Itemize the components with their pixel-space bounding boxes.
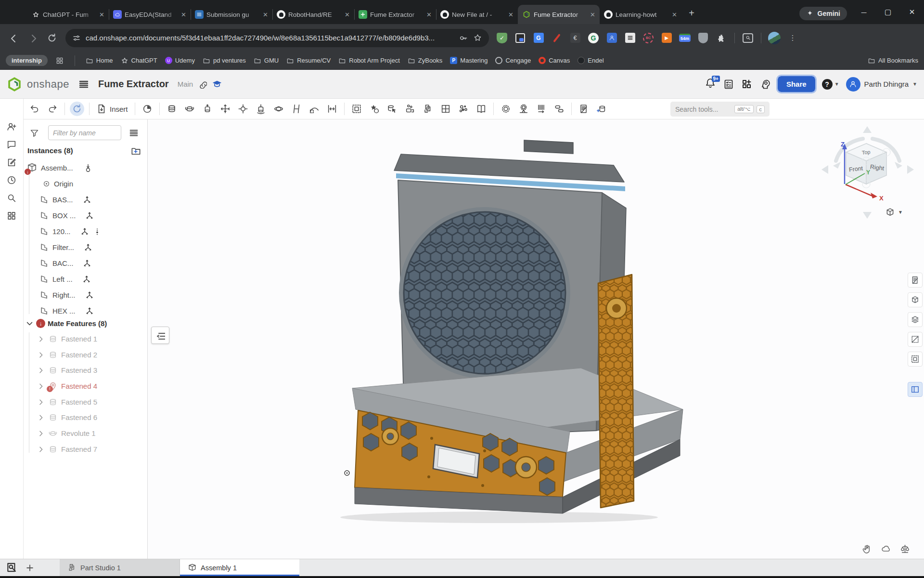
bom-panel-icon[interactable] <box>908 273 923 288</box>
forward-button[interactable] <box>24 29 41 47</box>
right-panel-toggle-icon[interactable] <box>908 382 923 397</box>
linear-pattern-icon[interactable] <box>438 102 453 116</box>
mate-connector-icon[interactable] <box>325 102 339 116</box>
revolute-mate-icon[interactable] <box>182 102 197 116</box>
mate-row-fastened-4-error[interactable]: ! Fastened 4 <box>24 378 148 394</box>
drawing-icon[interactable] <box>577 102 591 116</box>
share-link-icon[interactable] <box>198 79 207 89</box>
all-bookmarks-button[interactable]: All Bookmarks <box>868 57 918 65</box>
browser-tab-fume-extractor-active[interactable]: Fume Extractor ✕ <box>518 5 600 24</box>
bookmark-canvas[interactable]: Canvas <box>539 57 570 64</box>
mate-row-fastened-7[interactable]: Fastened 7 <box>24 441 148 457</box>
bookmark-internship[interactable]: internship <box>6 55 48 66</box>
notifications-button[interactable]: 9+ <box>705 78 716 91</box>
browser-tab-learning[interactable]: Learning-howt ✕ <box>600 5 681 24</box>
mate-row-fastened-3[interactable]: Fastened 3 <box>24 362 148 378</box>
tree-item-bac[interactable]: BAC... <box>24 255 148 271</box>
tree-item-assembly[interactable]: ↓ Assemb... <box>24 160 148 176</box>
tree-item-box[interactable]: BOX ... <box>24 208 148 223</box>
back-button[interactable] <box>5 29 22 47</box>
user-menu[interactable]: Parth Dhingra ▼ <box>846 77 917 92</box>
tab-assembly[interactable]: Assembly 1 <box>180 559 299 576</box>
add-element-icon[interactable] <box>25 563 35 573</box>
bookmark-pd-ventures[interactable]: pd ventures <box>203 57 246 65</box>
bookmark-udemy[interactable]: ∪Udemy <box>165 57 195 64</box>
browser-tab-submission[interactable]: Submission gu ✕ <box>191 5 272 24</box>
parallel-mate-icon[interactable] <box>289 102 304 116</box>
ai-advisor-icon[interactable] <box>759 79 771 90</box>
browser-tab-fume-sheet[interactable]: Fume Extractor ✕ <box>354 5 436 24</box>
news-extension-icon[interactable] <box>624 32 636 44</box>
view-cube[interactable]: Top Front Right Z X Y <box>817 123 919 222</box>
bookmark-cengage[interactable]: Cengage <box>495 57 531 64</box>
bookmark-chatgpt[interactable]: ChatGPT <box>121 57 157 65</box>
filter-icon[interactable] <box>29 128 39 138</box>
browser-tab-robothand[interactable]: RobotHand/RE ✕ <box>272 5 354 24</box>
forest-timer-extension-icon[interactable]: 54m <box>679 32 691 44</box>
list-view-icon[interactable] <box>128 128 139 138</box>
bookmark-star-icon[interactable] <box>473 33 482 42</box>
shield-extension-icon[interactable] <box>697 32 709 44</box>
tab-close-icon[interactable]: ✕ <box>426 11 432 18</box>
search-elements-icon[interactable] <box>6 562 18 574</box>
tab-close-icon[interactable]: ✕ <box>590 11 595 18</box>
named-views-icon[interactable] <box>474 102 488 116</box>
exploded-panel-icon[interactable] <box>908 312 923 327</box>
app-store-icon[interactable] <box>741 79 753 90</box>
tab-close-icon[interactable]: ✕ <box>672 11 677 18</box>
bookmark-zybooks[interactable]: ZyBooks <box>408 57 443 65</box>
tab-close-icon[interactable]: ✕ <box>181 11 186 18</box>
slider-mate-icon[interactable] <box>200 102 215 116</box>
bc-extension-icon[interactable]: BC <box>642 32 654 44</box>
learning-center-icon[interactable] <box>212 79 222 90</box>
chevron-right-icon[interactable] <box>37 335 45 343</box>
mate-row-fastened-2[interactable]: Fastened 2 <box>24 347 148 363</box>
adguard-extension-icon[interactable]: ✓ <box>496 32 508 44</box>
search-tools-field[interactable]: Search tools... alt/⌥ c <box>670 102 770 117</box>
tab-search-icon[interactable] <box>742 32 754 44</box>
cylindrical-mate-icon[interactable] <box>254 102 268 116</box>
grammarly-extension-icon[interactable]: G <box>587 32 600 44</box>
search-icon[interactable] <box>6 193 17 203</box>
translate-extension-icon[interactable]: G <box>532 32 545 44</box>
extensions-puzzle-icon[interactable] <box>715 32 728 44</box>
viewcube-top-label[interactable]: Top <box>861 149 871 156</box>
share-button[interactable]: Share <box>778 76 815 92</box>
tree-item-right[interactable]: Right... <box>24 287 148 303</box>
chevron-right-icon[interactable] <box>37 367 45 374</box>
tree-item-left[interactable]: Left ... <box>24 271 148 287</box>
video-extension-icon[interactable]: ▶ <box>660 32 673 44</box>
tab-close-icon[interactable]: ✕ <box>263 11 268 18</box>
pan-hand-icon[interactable] <box>862 543 873 554</box>
tab-part-studio[interactable]: Part Studio 1 <box>60 559 180 576</box>
bookmark-robot-arm-project[interactable]: Robot Arm Project <box>338 57 400 65</box>
feature-gear-icon[interactable] <box>499 102 513 116</box>
onshape-logo-icon[interactable] <box>7 77 22 92</box>
browser-tab-newfile[interactable]: New File at / - ✕ <box>436 5 518 24</box>
chevron-right-icon[interactable] <box>37 382 45 390</box>
model-viewport[interactable]: Top Front Right Z X Y ▼ <box>148 119 924 559</box>
insert-button[interactable]: Insert <box>94 104 130 114</box>
pin-slot-mate-icon[interactable] <box>271 102 286 116</box>
redo-button[interactable] <box>45 102 60 116</box>
filter-input[interactable] <box>48 125 121 140</box>
document-title[interactable]: Fume Extractor <box>98 79 169 90</box>
compose-note-icon[interactable] <box>6 157 17 168</box>
group-select-icon[interactable] <box>349 102 364 116</box>
edit-in-context-icon[interactable] <box>421 102 435 116</box>
euro-extension-icon[interactable]: € <box>569 32 581 44</box>
mate-row-revolute-1[interactable]: Revolute 1 <box>24 425 148 441</box>
tab-close-icon[interactable]: ✕ <box>345 11 350 18</box>
undo-button[interactable] <box>27 102 42 116</box>
tree-item-filter[interactable]: Filter... <box>24 239 148 255</box>
new-tab-button[interactable]: + <box>684 6 699 20</box>
add-person-icon[interactable] <box>6 121 17 132</box>
mate-row-fastened-6[interactable]: Fastened 6 <box>24 409 148 425</box>
history-icon[interactable] <box>6 175 17 185</box>
browser-menu-kebab-icon[interactable]: ⋯ <box>786 32 799 44</box>
tasks-icon[interactable] <box>6 104 17 114</box>
tree-item-origin[interactable]: Origin <box>24 176 148 192</box>
mate-row-fastened-1[interactable]: Fastened 1 <box>24 331 148 347</box>
fastened-mate-icon[interactable] <box>165 102 179 116</box>
tab-close-icon[interactable]: ✕ <box>508 11 513 18</box>
